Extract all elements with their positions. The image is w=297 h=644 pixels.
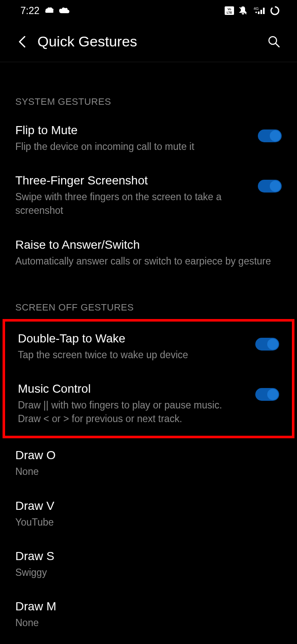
setting-title: Double-Tap to Wake [18, 332, 247, 345]
setting-desc: Automatically answer calls or switch to … [15, 254, 273, 268]
setting-title: Flip to Mute [15, 124, 249, 137]
back-button[interactable] [15, 35, 29, 49]
setting-title: Raise to Answer/Switch [15, 238, 273, 252]
weather-icon [45, 7, 54, 14]
volte-icon: VoLTE [225, 6, 234, 15]
status-left: 7:22 [20, 5, 69, 17]
svg-line-6 [276, 43, 279, 47]
toggle-music-control[interactable] [255, 388, 279, 401]
toggle-three-finger[interactable] [258, 180, 282, 193]
page-title: Quick Gestures [37, 33, 266, 50]
setting-double-tap-wake[interactable]: Double-Tap to Wake Tap the screen twice … [5, 322, 292, 372]
status-right: VoLTE 4G [225, 6, 280, 16]
setting-draw-s[interactable]: Draw S Swiggy [0, 539, 297, 589]
setting-desc: Tap the screen twice to wake up device [18, 348, 247, 362]
setting-title: Draw M [15, 600, 273, 613]
svg-text:4G: 4G [254, 6, 259, 11]
toggle-double-tap[interactable] [255, 338, 279, 351]
setting-title: Draw V [15, 499, 273, 513]
settings-list: SYSTEM GESTURES Flip to Mute Flip the de… [0, 62, 297, 640]
notification-mute-icon [238, 6, 248, 15]
setting-title: Music Control [18, 382, 247, 396]
setting-desc: YouTube [15, 515, 273, 529]
setting-desc: None [15, 616, 273, 630]
section-header-system: SYSTEM GESTURES [0, 62, 297, 113]
setting-title: Draw O [15, 448, 273, 462]
highlight-annotation: Double-Tap to Wake Tap the screen twice … [3, 319, 294, 439]
setting-desc: Flip the device on incoming call to mute… [15, 140, 249, 153]
chevron-left-icon [19, 36, 26, 48]
cloud-icon [59, 7, 69, 14]
setting-three-finger-screenshot[interactable]: Three-Finger Screenshot Swipe with three… [0, 164, 297, 227]
setting-title: Three-Finger Screenshot [15, 174, 249, 187]
header: Quick Gestures [0, 21, 297, 62]
setting-desc: Swiggy [15, 566, 273, 579]
setting-raise-to-answer[interactable]: Raise to Answer/Switch Automatically ans… [0, 228, 297, 278]
signal-icon: 4G [252, 6, 266, 15]
svg-point-4 [271, 7, 279, 14]
setting-desc: Swipe with three fingers on the screen t… [15, 190, 249, 217]
setting-desc: Draw || with two fingers to play or paus… [18, 398, 247, 426]
status-bar: 7:22 VoLTE 4G [0, 0, 297, 21]
setting-music-control[interactable]: Music Control Draw || with two fingers t… [5, 372, 292, 436]
status-time: 7:22 [20, 5, 40, 17]
section-header-screen-off: SCREEN OFF GESTURES [0, 278, 297, 319]
setting-title: Draw S [15, 549, 273, 563]
svg-text:Vo: Vo [228, 8, 231, 11]
battery-icon [270, 6, 280, 16]
search-button[interactable] [266, 34, 282, 49]
svg-text:LTE: LTE [227, 11, 232, 14]
setting-draw-o[interactable]: Draw O None [0, 438, 297, 489]
search-icon [268, 35, 280, 48]
setting-desc: None [15, 465, 273, 478]
toggle-flip-to-mute[interactable] [258, 129, 282, 142]
setting-flip-to-mute[interactable]: Flip to Mute Flip the device on incoming… [0, 113, 297, 164]
setting-draw-v[interactable]: Draw V YouTube [0, 489, 297, 539]
setting-draw-m[interactable]: Draw M None [0, 589, 297, 640]
